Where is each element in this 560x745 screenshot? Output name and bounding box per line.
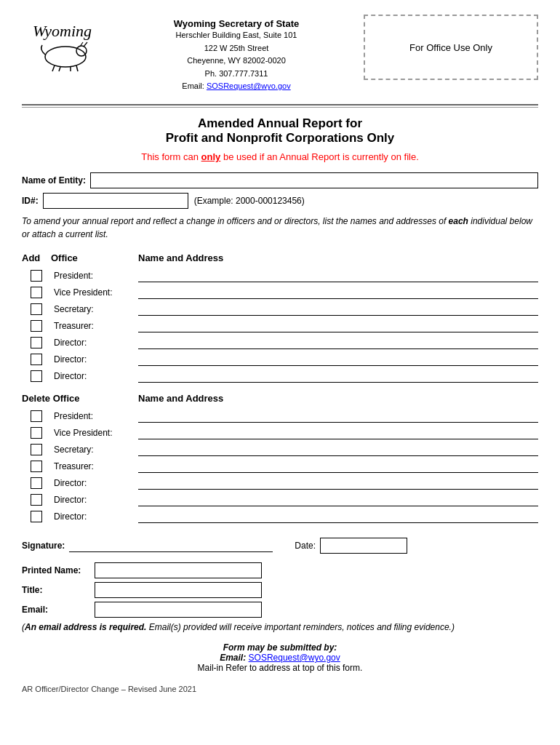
del-director3-checkbox-cell	[22, 511, 51, 522]
del-vp-label: Vice President:	[51, 428, 138, 438]
svg-point-1	[45, 47, 86, 67]
svg-text:Wyoming: Wyoming	[33, 22, 92, 40]
name-of-entity-input[interactable]	[90, 172, 538, 188]
add-director1-line	[138, 336, 538, 349]
add-vp-checkbox-cell	[22, 287, 51, 298]
add-treasurer-checkbox[interactable]	[31, 320, 42, 332]
add-secretary-checkbox-cell	[22, 303, 51, 315]
svg-line-6	[76, 65, 78, 71]
title-input[interactable]	[95, 582, 262, 598]
logo-area: Wyoming	[22, 15, 109, 73]
email-field-label: Email:	[22, 605, 95, 615]
add-president-checkbox-cell	[22, 270, 51, 282]
del-director1-label: Director:	[51, 478, 138, 488]
add-secretary-row: Secretary:	[22, 303, 538, 316]
signature-section: Signature: Date:	[22, 538, 538, 554]
add-vp-row: Vice President:	[22, 286, 538, 299]
del-treasurer-checkbox[interactable]	[31, 461, 42, 472]
add-director1-label: Director:	[51, 338, 138, 348]
instruction-text: To amend your annual report and reflect …	[22, 215, 538, 241]
svg-line-7	[84, 42, 87, 47]
add-director1-checkbox-cell	[22, 337, 51, 348]
delete-officers-container: President: Vice President: Secretary: Tr…	[22, 410, 538, 523]
del-director2-row: Director:	[22, 493, 538, 506]
divider-2	[22, 107, 538, 108]
del-secretary-row: Secretary:	[22, 443, 538, 456]
del-secretary-checkbox[interactable]	[31, 444, 42, 455]
del-president-line	[138, 410, 538, 423]
printed-name-input[interactable]	[95, 562, 262, 578]
signature-label: Signature:	[22, 541, 65, 551]
del-vp-row: Vice President:	[22, 426, 538, 439]
email-label: Email:	[182, 81, 204, 90]
date-input[interactable]	[320, 538, 407, 554]
submit-label: Form may be submitted by:	[223, 642, 337, 653]
address-line3: Cheyenne, WY 82002-0020	[187, 56, 286, 65]
header-section: Wyoming Wyoming Secretary of State Hersc…	[22, 15, 538, 97]
del-vp-checkbox[interactable]	[31, 427, 42, 439]
col-add-label: Add	[22, 252, 51, 263]
email-row: Email:	[22, 602, 538, 618]
submit-email-label: Email:	[220, 653, 246, 663]
add-vp-line	[138, 286, 538, 299]
date-area: Date:	[295, 538, 407, 554]
printed-name-label: Printed Name:	[22, 565, 95, 575]
add-vp-checkbox[interactable]	[31, 287, 42, 298]
id-example: (Example: 2000-000123456)	[194, 196, 305, 206]
footer-text: AR Officer/Director Change – Revised Jun…	[22, 685, 538, 693]
add-secretary-line	[138, 303, 538, 316]
del-director1-line	[138, 477, 538, 490]
del-director3-row: Director:	[22, 510, 538, 523]
del-director3-line	[138, 510, 538, 523]
del-director1-checkbox[interactable]	[31, 477, 42, 489]
add-director1-row: Director:	[22, 336, 538, 349]
add-treasurer-row: Treasurer:	[22, 319, 538, 332]
add-director2-checkbox-cell	[22, 354, 51, 365]
add-president-line	[138, 269, 538, 282]
add-director1-checkbox[interactable]	[31, 337, 42, 348]
del-director1-checkbox-cell	[22, 477, 51, 489]
add-director2-line	[138, 353, 538, 366]
del-director1-row: Director:	[22, 477, 538, 490]
col-office-label: Office	[51, 252, 138, 263]
svg-line-4	[59, 67, 60, 71]
del-director3-checkbox[interactable]	[31, 511, 42, 522]
add-director2-row: Director:	[22, 353, 538, 366]
add-president-checkbox[interactable]	[31, 270, 42, 282]
phone: Ph. 307.777.7311	[205, 69, 268, 78]
header-email-link[interactable]: SOSRequest@wyo.gov	[207, 81, 291, 90]
del-director2-line	[138, 493, 538, 506]
del-treasurer-checkbox-cell	[22, 461, 51, 472]
add-director3-label: Director:	[51, 371, 138, 381]
submit-email-link[interactable]: SOSRequest@wyo.gov	[249, 653, 340, 663]
notice-prefix: This form can	[141, 151, 201, 162]
notice-text: This form can only be used if an Annual …	[22, 151, 538, 162]
id-row: ID#: (Example: 2000-000123456)	[22, 193, 538, 209]
add-director2-checkbox[interactable]	[31, 354, 42, 365]
del-treasurer-label: Treasurer:	[51, 461, 138, 471]
del-president-checkbox[interactable]	[31, 410, 42, 422]
add-section-header: Add Office Name and Address	[22, 252, 538, 263]
del-vp-line	[138, 426, 538, 439]
printed-name-row: Printed Name:	[22, 562, 538, 578]
del-secretary-label: Secretary:	[51, 445, 138, 455]
col-delete-label: Delete Office	[22, 393, 109, 404]
add-secretary-checkbox[interactable]	[31, 303, 42, 315]
add-president-label: President:	[51, 271, 138, 281]
del-director2-checkbox[interactable]	[31, 494, 42, 506]
add-director3-checkbox[interactable]	[31, 370, 42, 382]
add-director2-label: Director:	[51, 354, 138, 364]
office-use-box: For Office Use Only	[364, 15, 538, 80]
bottom-fields: Printed Name: Title: Email:	[22, 562, 538, 618]
id-input[interactable]	[43, 193, 188, 209]
col-delete-name-address-label: Name and Address	[138, 393, 223, 404]
title-label: Title:	[22, 585, 95, 595]
office-use-text: For Office Use Only	[409, 42, 492, 53]
email-input[interactable]	[95, 602, 262, 618]
add-treasurer-line	[138, 319, 538, 332]
org-address: Herschler Building East, Suite 101 122 W…	[116, 29, 356, 93]
delete-section-header: Delete Office Name and Address	[22, 393, 538, 404]
title-row: Title:	[22, 582, 538, 598]
add-president-row: President:	[22, 269, 538, 282]
del-vp-checkbox-cell	[22, 427, 51, 439]
